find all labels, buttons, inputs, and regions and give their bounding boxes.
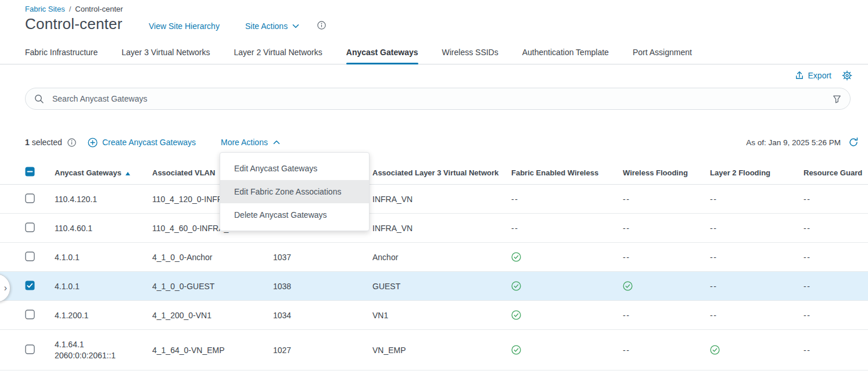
tab-wireless-ssids[interactable]: Wireless SSIDs [442,40,498,64]
column-label: Layer 2 Flooding [710,168,770,177]
view-site-hierarchy-link[interactable]: View Site Hierarchy [149,21,220,31]
export-toolbar: Export [795,70,852,81]
row-checkbox[interactable] [25,251,35,261]
gear-icon[interactable] [842,70,852,81]
export-label: Export [808,71,831,80]
cell-select [0,330,55,371]
cell-fabric-enabled-wireless: -- [511,214,623,243]
select-all-checkbox[interactable] [25,167,35,177]
cell-select [0,243,55,272]
row-checkbox[interactable] [25,193,35,203]
tab-authentication-template[interactable]: Authentication Template [522,40,609,64]
cell-layer3-vn: GUEST [372,272,511,301]
menu-item-edit-fabric-zone-associations[interactable]: Edit Fabric Zone Associations [220,180,369,203]
as-of-text: As of: Jan 9, 2025 5:26 PM [746,138,841,147]
cell-vlan-id: 1037 [273,243,372,272]
table-row: 4.1.200.14_1_200_0-VN11034VN1------ [0,301,868,330]
cell-resource-guard: -- [804,330,868,371]
cell-resource-guard: -- [804,214,868,243]
cell-layer3-vn: Anchor [372,243,511,272]
cell-associated-vlan: 4_1_200_0-VN1 [152,301,273,330]
column-header-fabric-enabled-wireless[interactable]: Fabric Enabled Wireless [511,161,623,185]
cell-layer2-flooding [710,330,804,371]
create-label: Create Anycast Gateways [102,138,196,147]
info-icon[interactable] [317,21,326,30]
column-header-layer2-flooding[interactable]: Layer 2 Flooding [710,161,804,185]
tab-bar: Fabric InfrastructureLayer 3 Virtual Net… [0,40,868,64]
table-row: 110.4.120.1110_4_120_0-INFRA_VNINFRA_VN-… [0,185,868,214]
cell-anycast-gateway: 4.1.0.1 [55,243,152,272]
cell-layer3-vn: VN_EMP [372,330,511,371]
row-checkbox[interactable] [25,222,35,232]
export-icon [795,71,804,80]
gateway-ipv6: 2060:0:0:2061::1 [55,351,152,360]
page-title: Control-center [25,15,123,33]
gateway-ip: 4.1.200.1 [55,311,152,320]
row-checkbox[interactable] [25,310,35,319]
breadcrumb-link-fabric-sites[interactable]: Fabric Sites [25,5,65,13]
check-circle-icon [511,252,521,262]
filter-icon[interactable] [833,95,841,103]
tab-fabric-infrastructure[interactable]: Fabric Infrastructure [25,40,98,64]
cell-vlan-id: 1034 [273,301,372,330]
search-input[interactable] [51,94,833,104]
check-circle-icon [623,281,633,291]
gateway-ip: 4.1.0.1 [55,282,152,291]
tab-layer-2-virtual-networks[interactable]: Layer 2 Virtual Networks [234,40,322,64]
sort-ascending-icon [125,172,130,175]
refresh-icon[interactable] [848,137,859,148]
check-circle-icon [710,345,720,355]
cell-layer3-vn: INFRA_VN [372,185,511,214]
create-anycast-gateways-button[interactable]: Create Anycast Gateways [88,136,196,149]
column-label: Anycast Gateways [55,168,121,177]
search-bar [25,88,851,110]
column-header-anycast-gateways[interactable]: Anycast Gateways [55,161,152,185]
cell-wireless-flooding [623,272,710,301]
column-header-layer3-virtual-network[interactable]: Associated Layer 3 Virtual Network [372,161,511,185]
cell-fabric-enabled-wireless: -- [511,185,623,214]
selected-label: selected [32,138,62,147]
site-actions-label: Site Actions [245,21,288,31]
site-actions-dropdown[interactable]: Site Actions [245,21,299,31]
selection-info-icon[interactable] [67,138,76,147]
row-checkbox[interactable] [25,280,35,290]
column-header-resource-guard[interactable]: Resource Guard [804,161,868,185]
cell-wireless-flooding: -- [623,243,710,272]
table-row: 110.4.60.1110_4_60_0-INFRA_VNINFRA_VN---… [0,214,868,243]
tab-layer-3-virtual-networks[interactable]: Layer 3 Virtual Networks [121,40,210,64]
cell-fabric-enabled-wireless [511,330,623,371]
anycast-gateways-table: Anycast Gateways Associated VLAN Associa… [0,161,868,371]
selected-count: 1 [25,138,30,147]
row-checkbox[interactable] [25,344,35,354]
cell-anycast-gateway: 4.1.64.12060:0:0:2061::1 [55,330,152,371]
cell-resource-guard: -- [804,301,868,330]
more-actions-button[interactable]: More Actions [221,136,280,149]
more-actions-menu: Edit Anycast GatewaysEdit Fabric Zone As… [220,152,370,231]
cell-resource-guard: -- [804,243,868,272]
column-label: Associated VLAN [152,168,215,177]
column-label: Associated Layer 3 Virtual Network [372,168,498,177]
gateway-ip: 110.4.60.1 [55,224,152,233]
cell-fabric-enabled-wireless [511,243,623,272]
table-row: 4.1.0.14_1_0_0-Anchor1037Anchor------ [0,243,868,272]
cell-anycast-gateway: 110.4.120.1 [55,185,152,214]
table-row: 4.1.0.14_1_0_0-GUEST1038GUEST---- [0,272,868,301]
cell-vlan-id: 1027 [273,330,372,371]
cell-anycast-gateway: 4.1.0.1 [55,272,152,301]
menu-item-delete-anycast-gateways[interactable]: Delete Anycast Gateways [220,203,369,226]
cell-layer2-flooding: -- [710,214,804,243]
export-button[interactable]: Export [795,71,831,80]
cell-layer2-flooding: -- [710,301,804,330]
cell-associated-vlan: 4_1_64_0-VN_EMP [152,330,273,371]
menu-item-edit-anycast-gateways[interactable]: Edit Anycast Gateways [220,157,369,180]
breadcrumb-separator: / [69,5,71,13]
column-header-wireless-flooding[interactable]: Wireless Flooding [623,161,710,185]
cell-anycast-gateway: 4.1.200.1 [55,301,152,330]
cell-vlan-id: 1038 [273,272,372,301]
cell-layer3-vn: INFRA_VN [372,214,511,243]
cell-anycast-gateway: 110.4.60.1 [55,214,152,243]
tab-port-assignment[interactable]: Port Assignment [633,40,692,64]
cell-layer2-flooding: -- [710,243,804,272]
cell-layer2-flooding: -- [710,272,804,301]
tab-anycast-gateways[interactable]: Anycast Gateways [346,40,418,64]
